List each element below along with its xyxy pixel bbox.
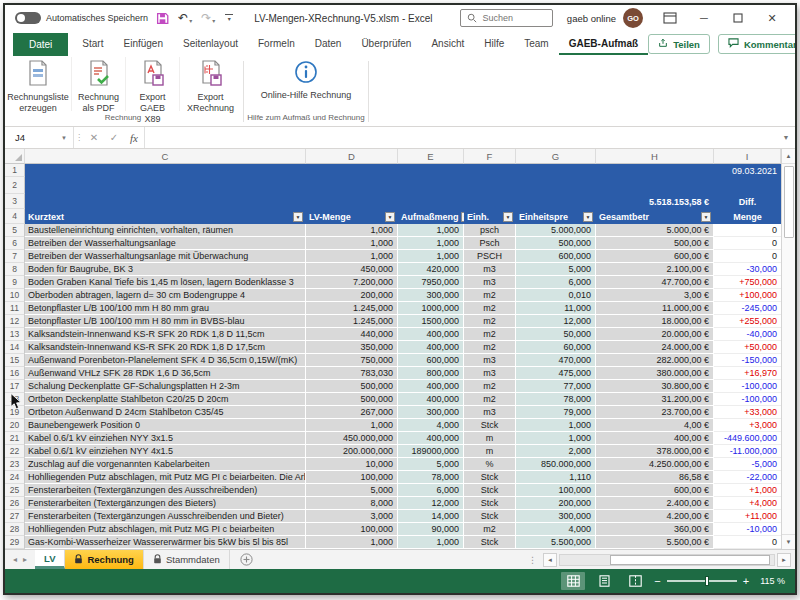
cell-kurztext[interactable]: Kabel 0.6/1 kV einziehen NYY 4x1.5 [25,445,306,458]
row-number[interactable]: 29 [5,536,25,549]
normal-view-icon[interactable] [561,572,585,590]
hscroll-right-icon[interactable]: ► [777,553,791,567]
cell-gesamtbetrag[interactable]: 47.700,00 € [596,276,714,289]
cell-diff-menge[interactable]: -10,000 [714,523,781,536]
cell-einheit[interactable]: m2 [464,289,516,302]
header-menge[interactable]: Menge [714,209,781,224]
cell-aufmassmenge[interactable]: 90,000 [398,523,464,536]
cell-aufmassmenge[interactable]: 78,000 [398,471,464,484]
cell-einheitspreis[interactable]: 5,000 [516,263,596,276]
row-number[interactable]: 16 [5,367,25,380]
add-sheet-icon[interactable] [230,550,263,569]
cell-aufmassmenge[interactable]: 400,000 [398,341,464,354]
cell-kurztext[interactable]: Kalksandstein-Innenwand KS-R SFK 20 RDK … [25,328,306,341]
cell-lv-menge[interactable]: 1,000 [306,224,398,237]
cell-einheitspreis[interactable]: 470,000 [516,354,596,367]
maximize-button[interactable] [721,7,755,29]
scroll-down-icon[interactable]: ▼ [782,534,795,549]
cell-aufmassmenge[interactable]: 1,000 [398,536,464,549]
row-number[interactable]: 11 [5,302,25,315]
cell-gesamtbetrag[interactable]: 2.400,00 € [596,497,714,510]
cell-einheit[interactable]: m3 [464,354,516,367]
cell-lv-menge[interactable]: 783,030 [306,367,398,380]
header-aufmassmenge[interactable]: Aufmaßmeng▼ [398,209,464,224]
cell-diff-menge[interactable]: +100,000 [714,289,781,302]
column-header-d[interactable]: D [306,149,398,164]
cell-diff-menge[interactable]: +3,000 [714,419,781,432]
ribbon-tab-team[interactable]: Team [514,33,558,55]
page-layout-view-icon[interactable] [592,572,616,590]
cell-kurztext[interactable]: Boden für Baugrube, BK 3 [25,263,306,276]
cell-lv-menge[interactable]: 200,000 [306,289,398,302]
cell-gesamtbetrag[interactable]: 2.100,00 € [596,263,714,276]
cell-diff-menge[interactable]: -245,000 [714,302,781,315]
cell-einheit[interactable]: Stck [464,510,516,523]
cell-gesamtbetrag[interactable]: 360,00 € [596,523,714,536]
page-break-view-icon[interactable] [623,572,647,590]
row-number[interactable]: 20 [5,419,25,432]
row-number[interactable]: 8 [5,263,25,276]
cell-gesamtbetrag[interactable]: 18.000,00 € [596,315,714,328]
cell-aufmassmenge[interactable]: 14,000 [398,510,464,523]
cell-einheitspreis[interactable]: 475,000 [516,367,596,380]
redo-icon[interactable]: ↷▾ [201,12,215,24]
cell-lv-menge[interactable]: 10,000 [306,458,398,471]
cell-einheit[interactable]: m3 [464,263,516,276]
cell-einheitspreis[interactable]: 4,000 [516,523,596,536]
cell-aufmassmenge[interactable]: 1,000 [398,250,464,263]
cell-aufmassmenge[interactable]: 7950,000 [398,276,464,289]
cell-lv-menge[interactable]: 1,000 [306,419,398,432]
cell-kurztext[interactable]: Außenwand VHLz SFK 28 RDK 1,6 D 36,5cm [25,367,306,380]
cell-kurztext[interactable]: Betreiben der Wasserhaltungsanlage mit Ü… [25,250,306,263]
cell-kurztext[interactable]: Betonpflaster L/B 100/100 mm H 80 mm in … [25,315,306,328]
autosave-toggle[interactable] [15,12,41,24]
cell-diff-menge[interactable]: +1,000 [714,484,781,497]
filter-dropdown-icon[interactable]: ▼ [503,212,513,222]
cell-gesamtbetrag[interactable]: 20.000,00 € [596,328,714,341]
cell-diff-menge[interactable]: -5,000 [714,458,781,471]
online-hilfe-rechnung-button[interactable]: Online-Hilfe Rechnung [246,57,366,111]
tab-split-handle[interactable]: ⋮ [524,555,541,565]
cell-lv-menge[interactable]: 500,000 [306,380,398,393]
cell-diff-menge[interactable]: -100,000 [714,380,781,393]
cell-lv-menge[interactable]: 200.000,000 [306,445,398,458]
row-number[interactable]: 7 [5,250,25,263]
cell-gesamtbetrag[interactable]: 5.000,00 € [596,224,714,237]
sheet-nav-right-icon[interactable]: ▸ [23,555,27,564]
cell-lv-menge[interactable]: 440,000 [306,328,398,341]
cell-diff-menge[interactable]: -150,000 [714,354,781,367]
header-einheitspreis[interactable]: Einheitspre▼ [516,209,596,224]
close-button[interactable]: ✕ [755,7,789,29]
row-number[interactable]: 15 [5,354,25,367]
cell-einheit[interactable]: m2 [464,341,516,354]
cell-aufmassmenge[interactable]: 1,000 [398,224,464,237]
row-number[interactable]: 6 [5,237,25,250]
cell-gesamtbetrag[interactable]: 4.250.000,00 € [596,458,714,471]
undo-icon[interactable]: ↶▾ [178,12,192,24]
row-number[interactable]: 14 [5,341,25,354]
cell-kurztext[interactable]: Kabel 0.6/1 kV einziehen NYY 3x1.5 [25,432,306,445]
cell-diff-menge[interactable]: +33,000 [714,406,781,419]
cell-diff-menge[interactable]: +4,000 [714,497,781,510]
cell-diff-menge[interactable]: -100,000 [714,393,781,406]
cell-einheitspreis[interactable]: 200,000 [516,497,596,510]
cell-einheitspreis[interactable]: 6,000 [516,276,596,289]
sheet-tab-stammdaten[interactable]: Stammdaten [144,550,230,569]
cell-diff-menge[interactable]: -40,000 [714,328,781,341]
cell-diff-menge[interactable]: -30,000 [714,263,781,276]
total-cell[interactable]: 5.518.153,58 € [596,194,714,209]
cell-aufmassmenge[interactable]: 300,000 [398,406,464,419]
cell-lv-menge[interactable]: 8,000 [306,497,398,510]
cell-kurztext[interactable]: Kalksandstein-Innenwand KS-R SFK 20 RDK … [25,341,306,354]
cell-aufmassmenge[interactable]: 12,000 [398,497,464,510]
ribbon-display-options-icon[interactable] [653,7,687,29]
cell-einheit[interactable]: m3 [464,406,516,419]
cell-einheitspreis[interactable]: 79,000 [516,406,596,419]
sheet-nav-left-icon[interactable]: ◂ [13,555,17,564]
row-number[interactable]: 13 [5,328,25,341]
cell-lv-menge[interactable]: 1.245,000 [306,315,398,328]
ribbon-tab-seitenlayout[interactable]: Seitenlayout [173,33,248,55]
cell-kurztext[interactable]: Hohlliegenden Putz abschlagen, mit Putz … [25,523,306,536]
ribbon-tab-datei[interactable]: Datei [13,33,68,56]
cell-einheitspreis[interactable]: 1,110 [516,471,596,484]
